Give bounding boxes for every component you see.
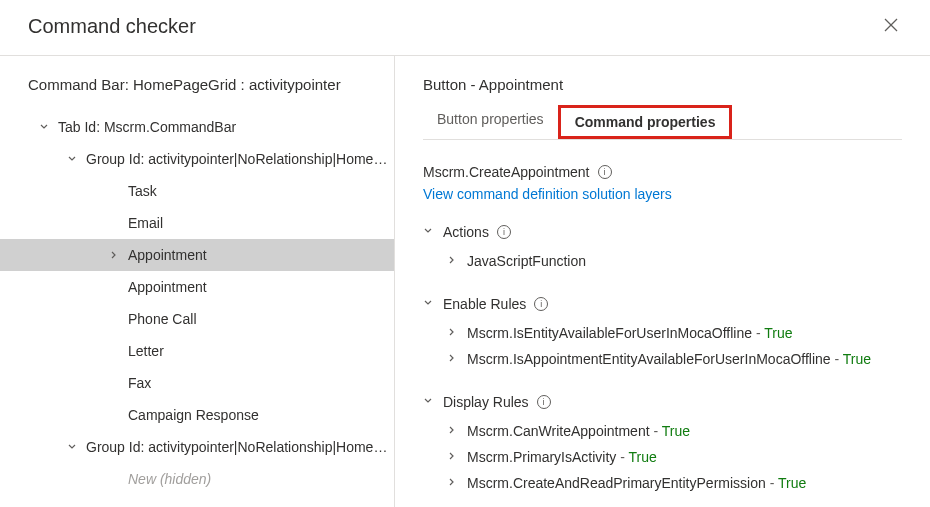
rule-value: True: [778, 475, 806, 491]
detail-tabs: Button properties Command properties: [423, 105, 902, 140]
info-icon[interactable]: i: [497, 225, 511, 239]
chevron-down-icon: [423, 226, 435, 238]
rule-text: Mscrm.CreateAndReadPrimaryEntityPermissi…: [467, 475, 806, 491]
tree-label: Group Id: activitypointer|NoRelationship…: [86, 439, 394, 455]
section-enable_rules: Enable RulesiMscrm.IsEntityAvailableForU…: [423, 296, 902, 372]
chevron-down-icon[interactable]: [66, 153, 78, 165]
right-panel-title: Button - Appointment: [423, 76, 902, 93]
chevron-right-icon[interactable]: [447, 353, 459, 365]
section-label: Enable Rules: [443, 296, 526, 312]
section-label: Actions: [443, 224, 489, 240]
chevron-down-icon: [423, 396, 435, 408]
rule-value: True: [629, 449, 657, 465]
rule-text: Mscrm.CanWriteAppointment - True: [467, 423, 690, 439]
tree-label: Appointment: [128, 247, 207, 263]
rule-value: True: [764, 325, 792, 341]
tree-label: Campaign Response: [128, 407, 259, 423]
tree-row[interactable]: New (hidden): [0, 463, 394, 495]
rule-text: Mscrm.IsEntityAvailableForUserInMocaOffl…: [467, 325, 793, 341]
tree-label: Appointment: [128, 279, 207, 295]
command-name-row: Mscrm.CreateAppointment i: [423, 164, 902, 180]
chevron-right-icon[interactable]: [447, 451, 459, 463]
tree-row[interactable]: Campaign Response: [0, 399, 394, 431]
tree-row[interactable]: Tab Id: Mscrm.CommandBar: [0, 111, 394, 143]
tree-label: Task: [128, 183, 157, 199]
section-item[interactable]: Mscrm.PrimaryIsActivity - True: [423, 444, 902, 470]
tree-row[interactable]: Group Id: activitypointer|NoRelationship…: [0, 431, 394, 463]
rule-value: True: [843, 351, 871, 367]
section-actions: ActionsiJavaScriptFunction: [423, 224, 902, 274]
close-button[interactable]: [880, 12, 902, 41]
tree-row[interactable]: Phone Call: [0, 303, 394, 335]
tree-row[interactable]: Task: [0, 175, 394, 207]
left-panel-title: Command Bar: HomePageGrid : activitypoin…: [0, 76, 394, 111]
tree-label: Group Id: activitypointer|NoRelationship…: [86, 151, 394, 167]
rule-name: Mscrm.IsEntityAvailableForUserInMocaOffl…: [467, 325, 752, 341]
content-area: Command Bar: HomePageGrid : activitypoin…: [0, 56, 930, 507]
tree-label: Email: [128, 215, 163, 231]
section-item[interactable]: JavaScriptFunction: [423, 248, 902, 274]
view-layers-link[interactable]: View command definition solution layers: [423, 186, 902, 202]
right-panel: Button - Appointment Button properties C…: [395, 56, 930, 507]
section-header[interactable]: Actionsi: [423, 224, 902, 240]
chevron-right-icon[interactable]: [447, 425, 459, 437]
rule-name: JavaScriptFunction: [467, 253, 586, 269]
tab-command-properties[interactable]: Command properties: [558, 105, 733, 139]
rule-name: Mscrm.CanWriteAppointment: [467, 423, 650, 439]
chevron-right-icon[interactable]: [108, 249, 120, 261]
tab-button-properties[interactable]: Button properties: [423, 105, 558, 139]
tree-row[interactable]: Group Id: activitypointer|NoRelationship…: [0, 143, 394, 175]
rule-text: Mscrm.IsAppointmentEntityAvailableForUse…: [467, 351, 871, 367]
info-icon[interactable]: i: [534, 297, 548, 311]
section-item[interactable]: Mscrm.IsAppointmentEntityAvailableForUse…: [423, 346, 902, 372]
tree-label: Letter: [128, 343, 164, 359]
tree-label: Fax: [128, 375, 151, 391]
command-name: Mscrm.CreateAppointment: [423, 164, 590, 180]
left-panel: Command Bar: HomePageGrid : activitypoin…: [0, 56, 395, 507]
chevron-right-icon[interactable]: [447, 255, 459, 267]
chevron-down-icon[interactable]: [38, 121, 50, 133]
rule-name: Mscrm.PrimaryIsActivity: [467, 449, 616, 465]
section-label: Display Rules: [443, 394, 529, 410]
tree-row[interactable]: Email: [0, 207, 394, 239]
dialog-header: Command checker: [0, 0, 930, 56]
section-header[interactable]: Display Rulesi: [423, 394, 902, 410]
tree-row[interactable]: [0, 495, 394, 507]
section-display_rules: Display RulesiMscrm.CanWriteAppointment …: [423, 394, 902, 496]
chevron-down-icon: [423, 298, 435, 310]
tree-label: New (hidden): [128, 471, 211, 487]
rule-text: Mscrm.PrimaryIsActivity - True: [467, 449, 657, 465]
tree-row[interactable]: Appointment: [0, 271, 394, 303]
chevron-right-icon[interactable]: [447, 327, 459, 339]
tree-label: Tab Id: Mscrm.CommandBar: [58, 119, 236, 135]
rule-name: Mscrm.CreateAndReadPrimaryEntityPermissi…: [467, 475, 766, 491]
info-icon[interactable]: i: [537, 395, 551, 409]
tree-row[interactable]: Appointment: [0, 239, 394, 271]
chevron-right-icon[interactable]: [447, 477, 459, 489]
dialog-title: Command checker: [28, 15, 196, 38]
section-item[interactable]: Mscrm.CanWriteAppointment - True: [423, 418, 902, 444]
section-item[interactable]: Mscrm.CreateAndReadPrimaryEntityPermissi…: [423, 470, 902, 496]
section-item[interactable]: Mscrm.IsEntityAvailableForUserInMocaOffl…: [423, 320, 902, 346]
command-tree: Tab Id: Mscrm.CommandBarGroup Id: activi…: [0, 111, 394, 507]
section-header[interactable]: Enable Rulesi: [423, 296, 902, 312]
chevron-down-icon[interactable]: [66, 441, 78, 453]
rule-name: Mscrm.IsAppointmentEntityAvailableForUse…: [467, 351, 831, 367]
tree-row[interactable]: Letter: [0, 335, 394, 367]
tree-row[interactable]: Fax: [0, 367, 394, 399]
info-icon[interactable]: i: [598, 165, 612, 179]
tree-label: Phone Call: [128, 311, 197, 327]
rule-value: True: [662, 423, 690, 439]
